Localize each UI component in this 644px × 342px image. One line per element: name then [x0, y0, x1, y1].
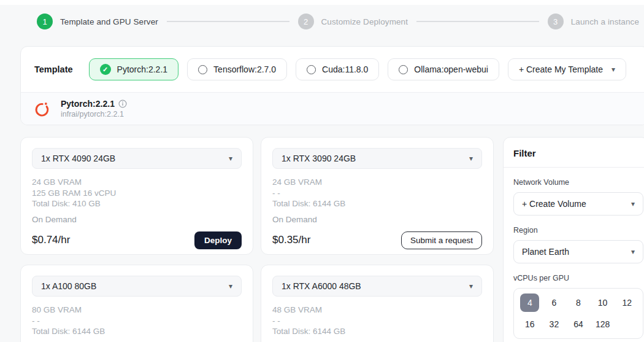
- region-value: Planet Earth: [522, 247, 569, 257]
- gpu-ram: 125 GB RAM 16 vCPU: [32, 188, 242, 199]
- create-volume-value: + Create Volume: [522, 199, 586, 209]
- gpu-card-rtx-3090: 1x RTX 3090 24GB ▾ 24 GB VRAM - - Total …: [261, 137, 494, 255]
- gpu-disk: Total Disk: 6144 GB: [272, 198, 482, 209]
- gpu-vram: 24 GB VRAM: [32, 177, 242, 188]
- gpu-specs: 48 GB VRAM - - Total Disk: 6144 GB: [272, 305, 482, 337]
- gpu-select-value: 1x A100 80GB: [41, 281, 96, 291]
- gpu-disk: Total Disk: 6144 GB: [272, 326, 482, 337]
- gpu-disk: Total Disk: 6144 GB: [32, 326, 242, 337]
- vcpu-option-8[interactable]: 8: [569, 293, 588, 312]
- chevron-down-icon: ▾: [631, 200, 635, 208]
- vcpu-option-128[interactable]: 128: [593, 315, 612, 333]
- selected-template-title: Pytorch:2.2.1: [61, 99, 115, 109]
- chevron-down-icon: ▾: [469, 155, 473, 162]
- check-circle-icon: ✓: [100, 64, 111, 75]
- template-card: Template ✓ Pytorch:2.2.1 Tensorflow:2.7.…: [20, 46, 644, 125]
- step-1-circle: 1: [37, 14, 53, 29]
- step-2-circle: 2: [298, 14, 314, 29]
- submit-request-button[interactable]: Submit a request: [401, 231, 482, 249]
- vcpu-option-4[interactable]: 4: [520, 293, 539, 312]
- chevron-down-icon: ▾: [631, 248, 635, 255]
- filter-panel: Filter Network Volume + Create Volume ▾ …: [503, 137, 644, 342]
- radio-circle-icon: [198, 65, 207, 74]
- gpu-select-dropdown[interactable]: 1x A100 80GB ▾: [32, 276, 242, 297]
- step-customize-deployment[interactable]: 2 Customize Deployment: [298, 14, 408, 29]
- template-option-label: Tensorflow:2.7.0: [213, 64, 276, 74]
- radio-circle-icon: [307, 65, 316, 74]
- selected-template-image: infrai/pytorch:2.2.1: [61, 110, 127, 119]
- create-my-template-button[interactable]: + Create My Template ▾: [508, 58, 626, 80]
- region-dropdown[interactable]: Planet Earth ▾: [513, 240, 643, 263]
- template-options-row: Template ✓ Pytorch:2.2.1 Tensorflow:2.7.…: [21, 47, 644, 92]
- gpu-card-rtx-4090: 1x RTX 4090 24GB ▾ 24 GB VRAM 125 GB RAM…: [20, 137, 253, 255]
- step-1-label: Template and GPU Server: [60, 17, 158, 26]
- step-2-label: Customize Deployment: [321, 17, 408, 26]
- template-option-label: Ollama:open-webui: [414, 64, 488, 74]
- radio-circle-icon: [399, 65, 408, 74]
- gpu-select-dropdown[interactable]: 1x RTX A6000 48GB ▾: [272, 276, 482, 297]
- step-template-and-gpu-server[interactable]: 1 Template and GPU Server: [37, 14, 158, 29]
- step-3-circle: 3: [548, 14, 564, 29]
- vcpu-option-32[interactable]: 32: [545, 315, 564, 333]
- vcpu-option-6[interactable]: 6: [545, 293, 564, 312]
- gpu-ram: - -: [272, 188, 482, 199]
- gpu-select-value: 1x RTX 3090 24GB: [282, 154, 356, 163]
- region-label: Region: [513, 226, 638, 235]
- info-icon[interactable]: [118, 99, 127, 108]
- vcpu-option-16[interactable]: 16: [520, 315, 539, 333]
- vcpus-per-gpu-label: vCPUs per GPU: [513, 274, 638, 282]
- template-option-ollama[interactable]: Ollama:open-webui: [388, 58, 499, 80]
- create-volume-dropdown[interactable]: + Create Volume ▾: [513, 192, 643, 216]
- gpu-card-rtx-a6000: 1x RTX A6000 48GB ▾ 48 GB VRAM - - Total…: [261, 265, 494, 342]
- filter-title: Filter: [504, 138, 644, 168]
- gpu-vram: 24 GB VRAM: [272, 177, 482, 188]
- vcpu-option-64[interactable]: 64: [569, 315, 588, 333]
- gpu-card-a100: 1x A100 80GB ▾ 80 GB VRAM - - Total Disk…: [20, 265, 253, 342]
- pytorch-icon: [34, 100, 51, 117]
- availability-label: On Demand: [272, 215, 482, 224]
- gpu-specs: 80 GB VRAM - - Total Disk: 6144 GB: [32, 305, 242, 337]
- vcpu-option-12[interactable]: 12: [618, 293, 637, 312]
- template-option-label: Pytorch:2.2.1: [117, 64, 168, 74]
- template-option-tensorflow[interactable]: Tensorflow:2.7.0: [187, 58, 287, 80]
- gpu-specs: 24 GB VRAM 125 GB RAM 16 vCPU Total Disk…: [32, 177, 242, 209]
- deploy-button[interactable]: Deploy: [194, 231, 242, 249]
- selected-template-info: Pytorch:2.2.1 infrai/pytorch:2.2.1: [21, 92, 644, 125]
- gpu-ram: - -: [272, 316, 482, 327]
- availability-label: On Demand: [32, 215, 242, 224]
- step-launch-a-instance[interactable]: 3 Launch a instance: [548, 14, 639, 29]
- gpu-price: $0.35/hr: [272, 234, 310, 246]
- step-3-label: Launch a instance: [571, 17, 639, 26]
- network-volume-label: Network Volume: [513, 178, 638, 187]
- vcpu-option-10[interactable]: 10: [593, 293, 612, 312]
- gpu-ram: - -: [32, 316, 242, 327]
- gpu-select-value: 1x RTX 4090 24GB: [41, 154, 115, 163]
- step-connector: [167, 21, 289, 22]
- template-section-label: Template: [34, 64, 73, 74]
- vcpu-options-group: 4 6 8 10 12 16 32 64 128: [513, 288, 643, 339]
- gpu-select-dropdown[interactable]: 1x RTX 3090 24GB ▾: [272, 148, 482, 169]
- chevron-down-icon: ▾: [229, 282, 232, 290]
- gpu-select-dropdown[interactable]: 1x RTX 4090 24GB ▾: [32, 148, 242, 169]
- template-option-pytorch[interactable]: ✓ Pytorch:2.2.1: [89, 58, 179, 80]
- template-option-cuda[interactable]: Cuda:11.8.0: [296, 58, 379, 80]
- gpu-disk: Total Disk: 410 GB: [32, 198, 242, 209]
- create-my-template-label: + Create My Template: [519, 64, 603, 74]
- chevron-down-icon: ▾: [611, 66, 615, 73]
- gpu-select-value: 1x RTX A6000 48GB: [282, 281, 361, 291]
- wizard-stepper: 1 Template and GPU Server 2 Customize De…: [0, 5, 644, 38]
- gpu-price: $0.74/hr: [32, 234, 70, 246]
- gpu-specs: 24 GB VRAM - - Total Disk: 6144 GB: [272, 177, 482, 209]
- chevron-down-icon: ▾: [469, 282, 473, 290]
- template-option-label: Cuda:11.8.0: [322, 64, 368, 74]
- step-connector: [416, 21, 539, 22]
- gpu-vram: 48 GB VRAM: [272, 305, 482, 316]
- gpu-vram: 80 GB VRAM: [32, 305, 242, 316]
- chevron-down-icon: ▾: [229, 155, 232, 162]
